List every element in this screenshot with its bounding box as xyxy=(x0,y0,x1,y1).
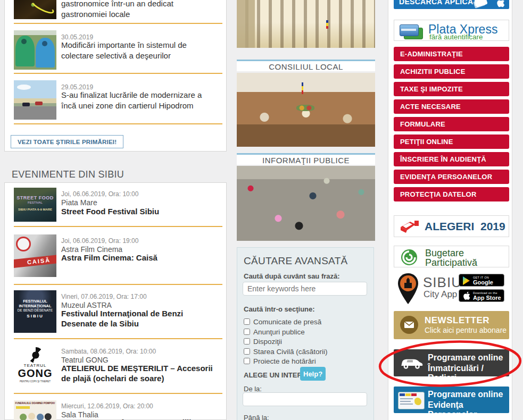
event-thumbnail-gong[interactable]: TEATRUL GONG PENTRU COPII ŞI TINERET xyxy=(14,345,56,386)
checkbox-anunturi[interactable]: Anunţuri publice xyxy=(244,327,305,336)
gong-figure-shape xyxy=(28,347,44,363)
help-button[interactable]: Help? xyxy=(300,367,326,381)
download-app-label: DESCARCĂ APLICAŢIA xyxy=(399,0,486,6)
checkbox-input[interactable] xyxy=(244,358,250,364)
sidebar-button-taxe[interactable]: TAXE ŞI IMPOZITE xyxy=(394,82,509,96)
cityapp-name1: SIBIU xyxy=(423,274,462,291)
event-title[interactable]: Astra Film Cinema: Caisă xyxy=(61,253,220,263)
sidebar-button-audienta[interactable]: ÎNSCRIERE ÎN AUDIENŢĂ xyxy=(394,152,509,166)
badge-big-text: App Store xyxy=(473,295,501,301)
keyword-input[interactable] xyxy=(243,282,367,296)
separator xyxy=(14,284,222,285)
sidebar-button-e-administratie[interactable]: E-ADMINISTRAŢIE xyxy=(394,47,509,61)
programare-evidenta-line2: Evidenţa Persoanelor xyxy=(428,400,509,419)
poster-text: SIBIU PIATA 6-9 MARE xyxy=(14,208,56,211)
separator xyxy=(14,73,222,74)
apple-icon xyxy=(496,0,505,7)
apple-icon xyxy=(463,291,470,300)
romanian-flag-shape xyxy=(302,82,303,94)
car-shape xyxy=(22,103,30,106)
programare-auto-line2: Înmatriculări / Radieri xyxy=(428,364,509,383)
poster-text: DE BENZI DESENATE xyxy=(14,308,56,312)
event-title[interactable]: Teatru: Cum se face 2 @ Funeraliile Doam… xyxy=(61,417,220,420)
city-hall-photo[interactable] xyxy=(237,0,375,48)
checkbox-comunicate[interactable]: Comunicate de presă xyxy=(244,317,321,326)
news-thumbnail-gastronomy[interactable] xyxy=(14,0,56,19)
checkbox-input[interactable] xyxy=(244,338,250,345)
alegeri-banner[interactable]: ALEGERI 2019 xyxy=(394,215,509,237)
from-label: De la: xyxy=(244,385,262,393)
checkbox-starea-civila[interactable]: Starea Civilă (căsătorii) xyxy=(244,347,328,356)
keyword-label: Caută după cuvânt sau frază: xyxy=(244,272,340,280)
event-thumbnail-comics[interactable]: FESTIVALUL INTERNAŢIONAL DE BENZI DESENA… xyxy=(14,290,56,333)
ballot-hand-icon xyxy=(400,220,420,234)
to-label: Până la: xyxy=(244,414,269,420)
news-thumbnail-recycling[interactable] xyxy=(14,30,56,70)
event-thumbnail-funeraliile[interactable]: FUNERALIILE DOAMNEI POMPOIU xyxy=(14,400,56,420)
logo-text: GONG xyxy=(14,367,56,380)
event-thumbnail-caisa[interactable]: CAISĂ xyxy=(14,234,56,277)
from-date-input[interactable] xyxy=(243,392,367,406)
news-title[interactable]: Modificări importante în sistemul de col… xyxy=(61,40,219,61)
newsletter-banner[interactable]: NEWSLETTER Click aici pentru abonare xyxy=(394,311,509,339)
sidebar-button-formulare[interactable]: FORMULARE xyxy=(394,117,509,131)
id-card-icon xyxy=(398,392,425,409)
alegeri-label: ALEGERI 2019 xyxy=(425,220,505,233)
separator xyxy=(14,226,222,227)
cloud-shape xyxy=(17,85,31,90)
sidebar-button-achizitii[interactable]: ACHIZITII PUBLICE xyxy=(394,64,509,79)
section-heading-informatii: INFORMAŢII PUBLICE xyxy=(237,153,375,165)
poster-text: STREET FOOD xyxy=(14,195,56,200)
bugetare-line2: Participativă xyxy=(425,257,477,268)
plata-xpress-banner[interactable]: Plata Xpress fără autentificare xyxy=(394,20,509,41)
event-title[interactable]: Street Food Festival Sibiu xyxy=(61,206,220,216)
event-thumbnail-street-food[interactable]: STREET FOOD FESTIVAL SIBIU PIATA 6-9 MAR… xyxy=(14,188,56,222)
plata-xpress-subtitle: fără autentificare xyxy=(429,33,483,41)
logo-text: PENTRU COPII ŞI TINERET xyxy=(14,380,56,383)
cityapp-name2: City App xyxy=(424,289,457,300)
checkbox-label: Dispoziţii xyxy=(253,338,282,346)
poster-text: FESTIVAL xyxy=(14,201,56,204)
poster-text: FUNERALIILE DOAMNEI POMPOIU xyxy=(14,402,56,405)
section-heading-consiliul: CONSILIUL LOCAL xyxy=(237,60,375,71)
app-store-badge[interactable]: Download on the App Store xyxy=(459,289,504,302)
search-heading: CĂUTARE AVANSATĂ xyxy=(244,255,348,267)
event-title[interactable]: ATELIERUL DE MEŞTERILIT – Accesorii de p… xyxy=(61,363,220,383)
see-all-news-button[interactable]: VEZI TOATE ŞTIRILE PRIMĂRIEI! xyxy=(11,135,123,148)
car-shape xyxy=(35,102,43,105)
bugetare-banner[interactable]: Bugetare Participativă xyxy=(394,246,509,267)
section-label: Caută într-o secţiune: xyxy=(244,305,315,313)
sidebar-button-protectia-datelor[interactable]: PROTECŢIA DATELOR xyxy=(394,187,509,201)
checkbox-label: Comunicate de presă xyxy=(253,318,321,326)
event-date: Joi, 06.06.2019, Ora: 19:00 xyxy=(61,237,138,245)
news-title[interactable]: S-au finalizat lucrările de modernizare … xyxy=(61,90,219,111)
google-play-badge[interactable]: GET IT ON Google Play xyxy=(459,274,504,287)
checkbox-input[interactable] xyxy=(244,348,250,355)
poster-text: FESTIVALUL xyxy=(14,299,56,304)
flowers-shape xyxy=(296,105,314,111)
programare-auto-banner[interactable]: Programare online Înmatriculări / Radier… xyxy=(394,349,509,376)
poster-text: SIBIU xyxy=(14,314,56,318)
building-side-shape xyxy=(237,0,255,48)
checkbox-proiecte[interactable]: Proiecte de hotărâri xyxy=(244,357,316,365)
event-title[interactable]: Festivalul Internaţional de Benzi Desena… xyxy=(61,308,220,329)
council-meeting-photo[interactable] xyxy=(237,73,375,147)
banana-garnish-shape xyxy=(29,0,56,16)
programare-evidenta-line1: Programare online xyxy=(428,390,503,399)
event-location: Piata Mare xyxy=(61,198,97,207)
download-app-banner[interactable]: DESCARCĂ APLICAŢIA xyxy=(394,0,509,9)
sidebar-button-evidenta[interactable]: EVIDENŢA PERSOANELOR xyxy=(394,170,509,184)
news-thumbnail-hipodrom[interactable] xyxy=(14,80,56,120)
checkbox-input[interactable] xyxy=(244,329,250,335)
checkbox-dispozitii[interactable]: Dispoziţii xyxy=(244,337,282,346)
bin-hole-shape xyxy=(21,39,27,44)
news-title[interactable]: gastronomice într-un an dedicat gastrono… xyxy=(61,0,219,20)
checkbox-input[interactable] xyxy=(244,318,250,325)
crowd-photo[interactable] xyxy=(237,166,375,241)
sidebar-button-acte[interactable]: ACTE NECESARE xyxy=(394,99,509,114)
poster-text: CAISĂ xyxy=(14,254,56,268)
badge-shape xyxy=(16,237,31,251)
sidebar-button-petitii[interactable]: PETIŢII ONLINE xyxy=(394,135,509,149)
programare-evidenta-banner[interactable]: Programare online Evidenţa Persoanelor xyxy=(394,387,509,413)
newsletter-title: NEWSLETTER xyxy=(425,315,489,326)
